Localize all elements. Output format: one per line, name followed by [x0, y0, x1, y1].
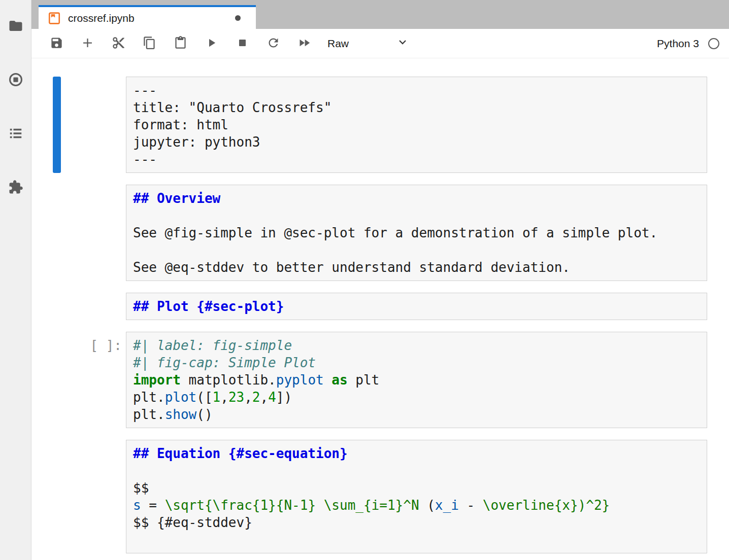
- cell-editor[interactable]: ---title: "Quarto Crossrefs"format: html…: [126, 77, 707, 173]
- code-token: title: "Quarto Crossrefs": [133, 100, 332, 115]
- code-token: ---: [133, 152, 157, 167]
- restart-kernel-button[interactable]: [266, 36, 281, 51]
- code-line: [133, 462, 704, 479]
- sidebar-item-extension-manager[interactable]: [7, 179, 25, 197]
- code-line: title: "Quarto Crossrefs": [133, 99, 704, 116]
- code-token: plot: [165, 390, 197, 405]
- code-token: ---: [133, 83, 157, 98]
- kernel-status-icon[interactable]: [708, 38, 719, 49]
- copy-icon: [143, 36, 156, 51]
- code-line: $$ {#eq-stddev}: [133, 514, 704, 531]
- code-line: ## Equation {#sec-equation}: [133, 445, 704, 462]
- cell-prompt: [61, 185, 126, 281]
- cell-editor[interactable]: #| label: fig-simple#| fig-cap: Simple P…: [126, 332, 707, 428]
- tab-bar: crossref.ipynb: [31, 0, 729, 29]
- sidebar-item-running-sessions[interactable]: [7, 71, 25, 89]
- cell-editor[interactable]: ## Plot {#sec-plot}: [126, 293, 707, 320]
- code-token: ## Overview: [133, 191, 220, 206]
- code-token: plt.: [133, 407, 165, 422]
- code-token: jupyter: python3: [133, 134, 260, 150]
- code-token: $$: [133, 480, 149, 496]
- code-line: ## Plot {#sec-plot}: [133, 298, 704, 315]
- notebook-cell-code: [ ]:#| label: fig-simple#| fig-cap: Simp…: [53, 332, 707, 428]
- code-token: plt: [348, 372, 380, 388]
- code-token: (): [196, 407, 212, 422]
- cell-editor[interactable]: ## Overview See @fig-simple in @sec-plot…: [126, 185, 707, 281]
- left-sidebar: [0, 0, 31, 560]
- code-token: x_i: [435, 498, 459, 513]
- save-button[interactable]: [49, 36, 64, 51]
- cell-collapser[interactable]: [53, 293, 61, 320]
- cell-collapser[interactable]: [53, 77, 61, 173]
- notebook-cell-markdown: ## Overview See @fig-simple in @sec-plot…: [53, 185, 707, 281]
- cell-collapser[interactable]: [53, 185, 61, 281]
- code-token: $$ {#eq-stddev}: [133, 515, 252, 530]
- unsaved-indicator[interactable]: [235, 15, 241, 21]
- code-token: plt.: [133, 390, 165, 405]
- sidebar-item-table-of-contents[interactable]: [7, 125, 25, 143]
- code-token: -: [459, 498, 483, 513]
- tab-title: crossref.ipynb: [68, 12, 135, 24]
- code-token: #| fig-cap: Simple Plot: [133, 355, 316, 370]
- code-line: plt.plot([1,23,2,4]): [133, 389, 704, 406]
- copy-cells-button[interactable]: [142, 36, 157, 51]
- code-line: import matplotlib.pyplot as plt: [133, 371, 704, 389]
- notebook-toolbar: Raw Python 3: [31, 29, 729, 58]
- code-token: ,: [260, 390, 269, 405]
- cell-editor[interactable]: ## Equation {#sec-equation} $$s = \sqrt{…: [126, 440, 707, 553]
- cell-type-dropdown[interactable]: Raw: [327, 36, 409, 51]
- code-token: format: html: [133, 117, 228, 132]
- chevron-down-icon: [396, 36, 409, 51]
- list-icon: [8, 126, 23, 143]
- code-token: See @fig-simple in @sec-plot for a demon…: [133, 225, 657, 240]
- cell-prompt: [61, 77, 126, 173]
- code-token: 23: [228, 390, 244, 405]
- sidebar-item-file-browser[interactable]: [7, 17, 25, 36]
- cut-cells-button[interactable]: [111, 36, 126, 51]
- save-icon: [50, 36, 63, 51]
- puzzle-icon: [8, 180, 23, 196]
- cell-collapser[interactable]: [53, 332, 61, 428]
- dock-panel: crossref.ipynb: [31, 0, 729, 560]
- code-token: [324, 372, 332, 388]
- code-token: s: [133, 498, 141, 513]
- run-cell-button[interactable]: [204, 36, 219, 51]
- code-token: \overline{x})^2}: [483, 498, 610, 513]
- code-token: show: [165, 407, 197, 422]
- notebook-icon: [48, 12, 61, 25]
- kernel-name[interactable]: Python 3: [657, 38, 699, 50]
- cell-collapser[interactable]: [53, 440, 61, 553]
- code-token: import: [133, 372, 181, 388]
- code-token: ## Equation {#sec-equation}: [133, 446, 348, 461]
- code-line: #| fig-cap: Simple Plot: [133, 354, 704, 371]
- insert-cell-button[interactable]: [80, 36, 95, 51]
- notebook-cell-raw: ---title: "Quarto Crossrefs"format: html…: [53, 77, 707, 173]
- paste-cells-button[interactable]: [173, 36, 188, 51]
- code-line: plt.show(): [133, 406, 704, 423]
- code-token: matplotlib.: [181, 372, 276, 388]
- restart-run-all-button[interactable]: [296, 36, 312, 51]
- refresh-icon: [267, 36, 280, 51]
- code-line: $$: [133, 479, 704, 497]
- code-token: ## Plot {#sec-plot}: [133, 299, 284, 314]
- tab-crossref-ipynb[interactable]: crossref.ipynb: [39, 5, 256, 29]
- play-icon: [205, 36, 218, 51]
- code-line: jupyter: python3: [133, 133, 704, 151]
- plus-icon: [81, 36, 94, 51]
- interrupt-kernel-button[interactable]: [235, 36, 250, 51]
- code-line: format: html: [133, 116, 704, 133]
- code-token: 1: [213, 390, 221, 405]
- notebook-cell-markdown: ## Plot {#sec-plot}: [53, 293, 707, 320]
- clipboard-icon: [174, 36, 187, 51]
- code-token: ([: [196, 390, 212, 405]
- jupyterlab-app: crossref.ipynb: [0, 0, 729, 560]
- code-line: #| label: fig-simple: [133, 337, 704, 354]
- code-line: [133, 207, 704, 224]
- code-line: ---: [133, 151, 704, 168]
- notebook-cell-markdown: ## Equation {#sec-equation} $$s = \sqrt{…: [53, 440, 707, 553]
- code-token: ,: [244, 390, 252, 405]
- code-token: See @eq-stddev to better understand stan…: [133, 260, 570, 275]
- code-token: 4: [268, 390, 276, 405]
- code-token: #| label: fig-simple: [133, 338, 292, 353]
- stop-circle-icon: [8, 72, 23, 89]
